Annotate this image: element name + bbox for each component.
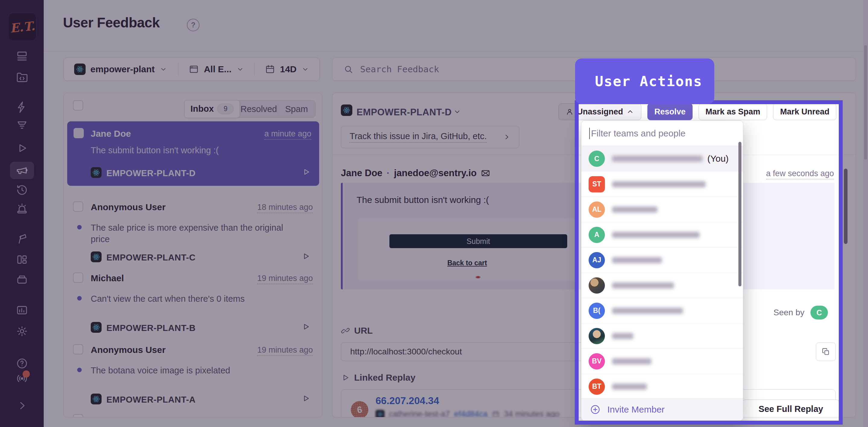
dim-overlay-bottom (575, 425, 843, 427)
user-actions-highlight-border (575, 100, 843, 425)
user-actions-callout-label: User Actions (595, 73, 702, 90)
dim-overlay-left (0, 100, 575, 427)
dim-overlay-top (0, 0, 868, 100)
user-actions-callout: User Actions (575, 58, 714, 104)
dim-overlay-right (843, 100, 868, 427)
